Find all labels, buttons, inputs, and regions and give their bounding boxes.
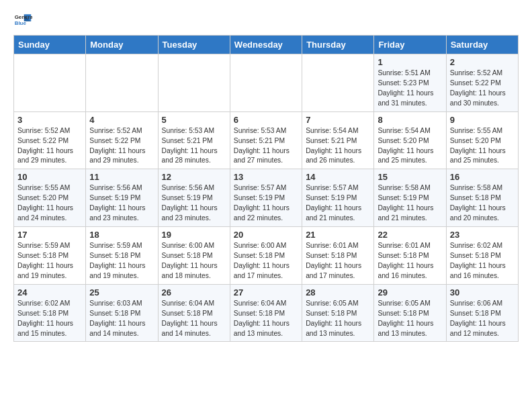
calendar-cell: 20Sunrise: 6:00 AMSunset: 5:18 PMDayligh… [230, 227, 302, 285]
calendar-cell [86, 54, 158, 112]
logo-icon: General Blue [13, 11, 32, 30]
day-number: 13 [234, 172, 298, 182]
day-number: 26 [162, 287, 226, 298]
day-info: Sunrise: 5:51 AMSunset: 5:23 PMDaylight:… [378, 68, 442, 109]
day-number: 20 [234, 230, 298, 240]
day-number: 12 [162, 172, 226, 182]
calendar-cell: 28Sunrise: 6:05 AMSunset: 5:18 PMDayligh… [302, 284, 374, 342]
day-info: Sunrise: 5:58 AMSunset: 5:19 PMDaylight:… [378, 183, 442, 224]
calendar-cell: 17Sunrise: 5:59 AMSunset: 5:18 PMDayligh… [14, 227, 86, 285]
calendar-week-1: 1Sunrise: 5:51 AMSunset: 5:23 PMDaylight… [14, 54, 519, 112]
weekday-header-thursday: Thursday [302, 36, 374, 54]
day-number: 24 [17, 287, 82, 298]
day-number: 10 [17, 172, 82, 182]
day-info: Sunrise: 5:58 AMSunset: 5:18 PMDaylight:… [450, 183, 515, 224]
calendar-cell: 5Sunrise: 5:53 AMSunset: 5:21 PMDaylight… [158, 111, 230, 169]
day-number: 5 [162, 115, 226, 125]
weekday-header-monday: Monday [86, 36, 158, 54]
calendar-cell: 18Sunrise: 5:59 AMSunset: 5:18 PMDayligh… [86, 227, 158, 285]
calendar-cell: 12Sunrise: 5:56 AMSunset: 5:19 PMDayligh… [158, 169, 230, 227]
calendar-cell: 2Sunrise: 5:52 AMSunset: 5:22 PMDaylight… [446, 54, 518, 112]
calendar-cell [302, 54, 374, 112]
day-info: Sunrise: 6:06 AMSunset: 5:18 PMDaylight:… [450, 299, 515, 339]
day-number: 6 [234, 115, 298, 125]
day-number: 19 [162, 230, 226, 240]
calendar-cell: 27Sunrise: 6:04 AMSunset: 5:18 PMDayligh… [230, 284, 302, 342]
day-number: 18 [89, 230, 154, 240]
day-number: 16 [450, 172, 515, 182]
calendar-cell: 14Sunrise: 5:57 AMSunset: 5:19 PMDayligh… [302, 169, 374, 227]
day-number: 27 [234, 287, 298, 298]
day-number: 21 [306, 230, 370, 240]
day-number: 8 [378, 115, 442, 125]
calendar-cell [158, 54, 230, 112]
calendar-cell: 29Sunrise: 6:05 AMSunset: 5:18 PMDayligh… [374, 284, 446, 342]
day-info: Sunrise: 6:00 AMSunset: 5:18 PMDaylight:… [162, 241, 226, 281]
weekday-header-row: SundayMondayTuesdayWednesdayThursdayFrid… [14, 36, 519, 54]
day-info: Sunrise: 5:55 AMSunset: 5:20 PMDaylight:… [17, 183, 82, 224]
day-number: 28 [306, 287, 370, 298]
calendar-cell: 11Sunrise: 5:56 AMSunset: 5:19 PMDayligh… [86, 169, 158, 227]
day-number: 4 [89, 115, 154, 125]
calendar-cell: 9Sunrise: 5:55 AMSunset: 5:20 PMDaylight… [446, 111, 518, 169]
day-info: Sunrise: 5:56 AMSunset: 5:19 PMDaylight:… [89, 183, 154, 224]
calendar-week-5: 24Sunrise: 6:02 AMSunset: 5:18 PMDayligh… [14, 284, 519, 342]
calendar-week-2: 3Sunrise: 5:52 AMSunset: 5:22 PMDaylight… [14, 111, 519, 169]
day-info: Sunrise: 5:57 AMSunset: 5:19 PMDaylight:… [306, 183, 370, 224]
calendar-cell [14, 54, 86, 112]
calendar-header: SundayMondayTuesdayWednesdayThursdayFrid… [14, 36, 519, 54]
day-number: 23 [450, 230, 515, 240]
day-info: Sunrise: 5:59 AMSunset: 5:18 PMDaylight:… [89, 241, 154, 281]
calendar-body: 1Sunrise: 5:51 AMSunset: 5:23 PMDaylight… [14, 54, 519, 342]
calendar-cell: 22Sunrise: 6:01 AMSunset: 5:18 PMDayligh… [374, 227, 446, 285]
day-number: 9 [450, 115, 515, 125]
calendar-cell: 6Sunrise: 5:53 AMSunset: 5:21 PMDaylight… [230, 111, 302, 169]
calendar-cell: 30Sunrise: 6:06 AMSunset: 5:18 PMDayligh… [446, 284, 518, 342]
day-info: Sunrise: 6:05 AMSunset: 5:18 PMDaylight:… [378, 299, 442, 339]
day-number: 3 [17, 115, 82, 125]
day-info: Sunrise: 6:05 AMSunset: 5:18 PMDaylight:… [306, 299, 370, 339]
day-info: Sunrise: 6:03 AMSunset: 5:18 PMDaylight:… [89, 299, 154, 339]
weekday-header-sunday: Sunday [14, 36, 86, 54]
day-info: Sunrise: 5:57 AMSunset: 5:19 PMDaylight:… [234, 183, 298, 224]
day-number: 25 [89, 287, 154, 298]
svg-text:Blue: Blue [15, 20, 27, 26]
calendar-cell: 8Sunrise: 5:54 AMSunset: 5:20 PMDaylight… [374, 111, 446, 169]
day-number: 1 [378, 57, 442, 67]
page-header: General Blue [13, 11, 519, 30]
day-info: Sunrise: 5:54 AMSunset: 5:20 PMDaylight:… [378, 126, 442, 167]
calendar-cell: 23Sunrise: 6:02 AMSunset: 5:18 PMDayligh… [446, 227, 518, 285]
day-info: Sunrise: 6:02 AMSunset: 5:18 PMDaylight:… [450, 241, 515, 281]
calendar-cell: 10Sunrise: 5:55 AMSunset: 5:20 PMDayligh… [14, 169, 86, 227]
calendar-cell: 7Sunrise: 5:54 AMSunset: 5:21 PMDaylight… [302, 111, 374, 169]
calendar-cell: 1Sunrise: 5:51 AMSunset: 5:23 PMDaylight… [374, 54, 446, 112]
day-number: 17 [17, 230, 82, 240]
day-number: 29 [378, 287, 442, 298]
day-info: Sunrise: 5:53 AMSunset: 5:21 PMDaylight:… [162, 126, 226, 167]
calendar-cell: 24Sunrise: 6:02 AMSunset: 5:18 PMDayligh… [14, 284, 86, 342]
day-info: Sunrise: 5:56 AMSunset: 5:19 PMDaylight:… [162, 183, 226, 224]
day-number: 11 [89, 172, 154, 182]
day-info: Sunrise: 6:00 AMSunset: 5:18 PMDaylight:… [234, 241, 298, 281]
logo: General Blue [13, 11, 32, 30]
calendar-cell: 4Sunrise: 5:52 AMSunset: 5:22 PMDaylight… [86, 111, 158, 169]
weekday-header-tuesday: Tuesday [158, 36, 230, 54]
day-info: Sunrise: 6:01 AMSunset: 5:18 PMDaylight:… [378, 241, 442, 281]
calendar-cell: 13Sunrise: 5:57 AMSunset: 5:19 PMDayligh… [230, 169, 302, 227]
day-number: 22 [378, 230, 442, 240]
calendar-cell: 21Sunrise: 6:01 AMSunset: 5:18 PMDayligh… [302, 227, 374, 285]
calendar-week-4: 17Sunrise: 5:59 AMSunset: 5:18 PMDayligh… [14, 227, 519, 285]
day-info: Sunrise: 5:52 AMSunset: 5:22 PMDaylight:… [89, 126, 154, 167]
day-info: Sunrise: 5:54 AMSunset: 5:21 PMDaylight:… [306, 126, 370, 167]
weekday-header-wednesday: Wednesday [230, 36, 302, 54]
day-info: Sunrise: 6:02 AMSunset: 5:18 PMDaylight:… [17, 299, 82, 339]
calendar-cell: 19Sunrise: 6:00 AMSunset: 5:18 PMDayligh… [158, 227, 230, 285]
calendar-cell: 25Sunrise: 6:03 AMSunset: 5:18 PMDayligh… [86, 284, 158, 342]
day-number: 14 [306, 172, 370, 182]
day-info: Sunrise: 5:52 AMSunset: 5:22 PMDaylight:… [450, 68, 515, 109]
calendar-week-3: 10Sunrise: 5:55 AMSunset: 5:20 PMDayligh… [14, 169, 519, 227]
weekday-header-friday: Friday [374, 36, 446, 54]
day-info: Sunrise: 5:52 AMSunset: 5:22 PMDaylight:… [17, 126, 82, 167]
day-info: Sunrise: 5:55 AMSunset: 5:20 PMDaylight:… [450, 126, 515, 167]
calendar-cell: 26Sunrise: 6:04 AMSunset: 5:18 PMDayligh… [158, 284, 230, 342]
